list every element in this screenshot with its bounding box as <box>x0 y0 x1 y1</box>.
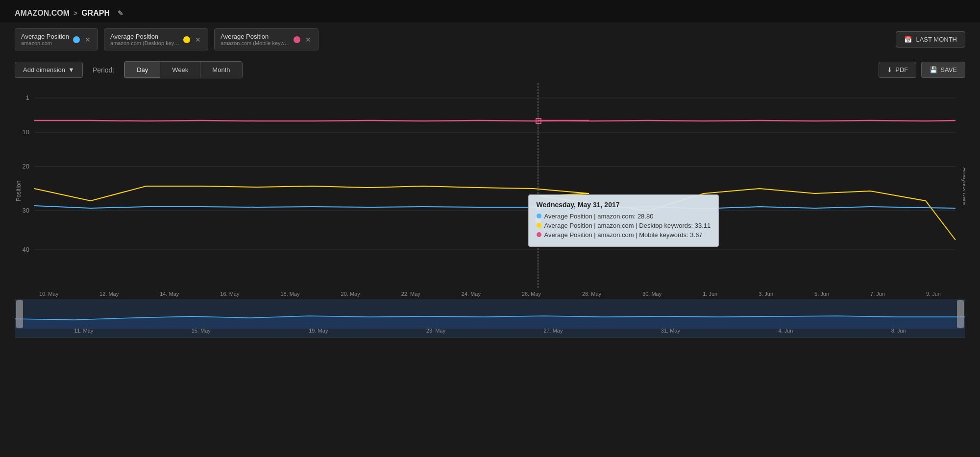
period-day-button[interactable]: Day <box>124 62 160 78</box>
minimap-label-6: 4. Jun <box>778 328 793 334</box>
x-tick-13: 5. Jun <box>814 291 829 297</box>
minimap-label-4: 27. May <box>543 328 563 334</box>
x-tick-2: 14. May <box>160 291 179 297</box>
minimap-labels: 11. May 15. May 19. May 23. May 27. May … <box>15 326 965 336</box>
svg-text:30: 30 <box>23 207 29 214</box>
tooltip-label-3: Average Position | amazon.com | Mobile k… <box>544 231 703 239</box>
period-label: Period: <box>93 66 114 74</box>
metric-dot-1 <box>73 36 80 43</box>
edit-icon[interactable]: ✎ <box>118 9 123 17</box>
x-tick-8: 26. May <box>522 291 541 297</box>
svg-text:40: 40 <box>23 246 29 253</box>
x-tick-14: 7. Jun <box>870 291 885 297</box>
minimap-label-1: 15. May <box>192 328 211 334</box>
tooltip-dot-1 <box>537 214 541 218</box>
header: AMAZON.COM > GRAPH ✎ <box>0 0 980 23</box>
tooltip-item-3: Average Position | amazon.com | Mobile k… <box>537 231 711 239</box>
metric-dot-3 <box>294 36 300 43</box>
site-name: AMAZON.COM <box>15 9 70 18</box>
add-dimension-button[interactable]: Add dimension ▼ <box>15 62 83 78</box>
x-tick-10: 30. May <box>642 291 662 297</box>
save-button[interactable]: 💾 SAVE <box>921 62 965 78</box>
metric-title-1: Average Position <box>21 33 69 40</box>
metric-subtitle-1: amazon.com <box>21 40 69 46</box>
x-tick-4: 18. May <box>280 291 299 297</box>
x-tick-6: 22. May <box>401 291 420 297</box>
svg-text:20: 20 <box>23 163 29 170</box>
minimap-label-2: 19. May <box>309 328 328 334</box>
x-tick-1: 12. May <box>99 291 119 297</box>
chart-tooltip: Wednesday, May 31, 2017 Average Position… <box>528 194 719 247</box>
metric-title-3: Average Position <box>220 33 290 40</box>
tooltip-date: Wednesday, May 31, 2017 <box>537 201 711 209</box>
metric-card-3: Average Position amazon.com (Mobile keyw… <box>214 28 318 50</box>
breadcrumb: AMAZON.COM > GRAPH ✎ <box>15 9 123 18</box>
add-dimension-label: Add dimension <box>23 66 65 73</box>
metric-card-2: Average Position amazon.com (Desktop key… <box>104 28 208 50</box>
tooltip-item-2: Average Position | amazon.com | Desktop … <box>537 222 711 229</box>
last-month-label: LAST MONTH <box>916 36 957 43</box>
svg-text:Position: Position <box>15 181 22 202</box>
minimap[interactable]: 11. May 15. May 19. May 23. May 27. May … <box>15 299 965 338</box>
x-tick-12: 3. Jun <box>759 291 773 297</box>
minimap-label-3: 23. May <box>426 328 445 334</box>
x-tick-5: 20. May <box>341 291 360 297</box>
page-title: GRAPH <box>81 9 110 18</box>
controls-right: ⬇ PDF 💾 SAVE <box>879 62 965 78</box>
metric-subtitle-2: amazon.com (Desktop key… <box>110 40 179 46</box>
svg-rect-18 <box>957 300 964 328</box>
svg-text:Analytics Data: Analytics Data <box>961 168 965 205</box>
svg-text:10: 10 <box>23 128 29 136</box>
svg-rect-17 <box>16 300 23 328</box>
pdf-button[interactable]: ⬇ PDF <box>879 62 916 78</box>
period-buttons: Day Week Month <box>124 61 242 78</box>
x-tick-9: 28. May <box>582 291 601 297</box>
minimap-label-5: 31. May <box>661 328 680 334</box>
svg-text:1: 1 <box>26 94 29 101</box>
breadcrumb-separator: > <box>74 9 77 17</box>
x-tick-15: 9. Jun <box>926 291 941 297</box>
controls-row: Add dimension ▼ Period: Day Week Month ⬇… <box>0 56 980 83</box>
save-icon: 💾 <box>930 66 937 73</box>
metric-close-3[interactable]: ✕ <box>304 36 312 44</box>
x-tick-0: 10. May <box>39 291 58 297</box>
tooltip-label-1: Average Position | amazon.com: 28.80 <box>544 213 654 220</box>
download-icon: ⬇ <box>887 66 892 73</box>
tooltip-dot-3 <box>537 232 541 237</box>
tooltip-label-2: Average Position | amazon.com | Desktop … <box>544 222 711 229</box>
minimap-svg <box>15 299 965 329</box>
calendar-icon: 📅 <box>904 36 912 43</box>
chart-svg: 1 10 20 30 40 Position Analytics Data <box>15 83 965 289</box>
period-week-button[interactable]: Week <box>160 62 200 78</box>
metric-dot-2 <box>183 36 190 43</box>
period-month-button[interactable]: Month <box>200 62 242 78</box>
tooltip-dot-2 <box>537 223 541 228</box>
last-month-button[interactable]: 📅 LAST MONTH <box>896 31 965 48</box>
minimap-label-7: 8. Jun <box>891 328 906 334</box>
x-tick-11: 1. Jun <box>703 291 717 297</box>
chevron-down-icon: ▼ <box>68 66 74 73</box>
x-tick-7: 24. May <box>462 291 481 297</box>
save-label: SAVE <box>940 66 957 73</box>
chart-container: 1 10 20 30 40 Position Analytics Data We… <box>15 83 965 289</box>
metrics-left: Average Position amazon.com ✕ Average Po… <box>15 28 318 50</box>
tooltip-item-1: Average Position | amazon.com: 28.80 <box>537 213 711 220</box>
metric-close-1[interactable]: ✕ <box>84 36 92 44</box>
metric-subtitle-3: amazon.com (Mobile keyw… <box>220 40 290 46</box>
minimap-label-0: 11. May <box>74 328 93 334</box>
x-axis: 10. May 12. May 14. May 16. May 18. May … <box>0 289 980 299</box>
metric-title-2: Average Position <box>110 33 179 40</box>
metrics-row: Average Position amazon.com ✕ Average Po… <box>0 23 980 56</box>
metric-close-2[interactable]: ✕ <box>194 36 202 44</box>
x-tick-3: 16. May <box>220 291 239 297</box>
controls-left: Add dimension ▼ Period: Day Week Month <box>15 61 243 78</box>
pdf-label: PDF <box>895 66 908 73</box>
metric-card-1: Average Position amazon.com ✕ <box>15 28 98 50</box>
